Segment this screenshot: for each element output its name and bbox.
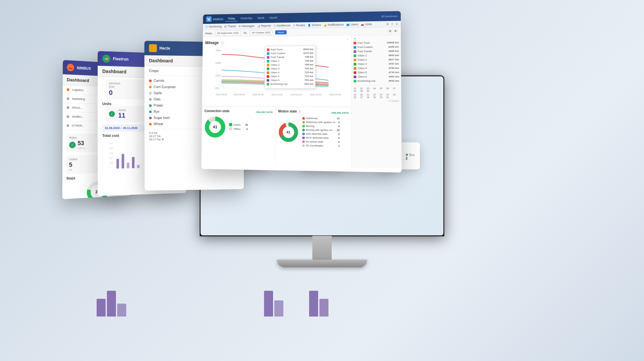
nav-icons-right: ⊞ ≡ ◎	[387, 22, 398, 25]
chart-close[interactable]: ✕	[346, 38, 349, 41]
units-value: 11	[118, 112, 126, 119]
purple-bar-mid-2	[274, 300, 283, 317]
purple-bar-1	[97, 299, 106, 317]
units-badge: ✓	[109, 111, 115, 117]
wialon-header-icons: ⊞ Dashboard	[381, 15, 397, 18]
connection-title: Connection state	[204, 109, 230, 113]
nav-units[interactable]: 🚗 Units	[361, 23, 372, 26]
svg-rect-33	[132, 157, 135, 168]
svg-text:2022-10-04: 2022-10-04	[329, 93, 341, 96]
tab-yesterday[interactable]: Yesterday	[238, 15, 255, 21]
svg-text:950: 950	[215, 87, 220, 90]
purple-bar-3	[117, 304, 126, 317]
apply-button[interactable]: Apply	[275, 30, 287, 34]
tab-month[interactable]: Month	[267, 15, 280, 21]
rides-value: 53	[78, 140, 87, 147]
to-date-input[interactable]: 04 October 2022	[250, 30, 273, 35]
nav-users[interactable]: 👥 Users	[346, 23, 358, 26]
legend-offline: Offline 6	[229, 127, 248, 130]
svg-rect-34	[137, 165, 140, 168]
nav-tracks[interactable]: 🗂 Tracks	[224, 24, 236, 28]
nav-reports[interactable]: 📊 Reports	[257, 24, 271, 27]
motion-moving-ignition: Moving with ignition on 29	[302, 128, 340, 132]
motion-donut-container: 41 Stationary 11 Stationary with ignitio…	[278, 117, 349, 149]
nav-routes[interactable]: ↗ Routes	[293, 24, 305, 27]
date-bar-icons: ◀ ▶	[387, 29, 398, 33]
motion-stationary: Stationary 11	[302, 117, 340, 120]
legend-citaro5: Citaro 5 712 km	[267, 75, 313, 78]
motion-wifi: Wi-Fi detected data 0	[302, 136, 340, 140]
purple-bars-right	[309, 291, 328, 317]
hecte-logo-text: Hecte	[159, 46, 170, 51]
connection-donut-chart: 41	[204, 116, 226, 138]
nimbus-logo-icon: 🚗	[67, 63, 74, 71]
fleetrun-logo-text: Fleetrun	[113, 56, 128, 62]
wialon-chart-area: Mileage ⓘ ✕ Fuel Truck 2643 km Ford	[201, 35, 351, 168]
svg-rect-30	[117, 159, 119, 169]
svg-text:2022-09-28: 2022-09-28	[216, 93, 227, 96]
monitor-donut-3-num: 2	[406, 157, 415, 160]
calendar-grid: 21222324252627 282930	[354, 87, 399, 92]
nav-monitoring[interactable]: ⊡ Monitoring	[205, 25, 222, 28]
svg-text:2022-09-29: 2022-09-29	[234, 93, 245, 96]
chart-legend-popup: Fuel Truck 2643 km Ford Custom 1270 km F…	[264, 45, 316, 89]
svg-text:300: 300	[109, 152, 113, 154]
svg-text:2850: 2850	[215, 62, 221, 64]
wialon-panel: wialon Today Yesterday Week Month ⊞ Dash…	[201, 11, 402, 172]
nav-messages[interactable]: ✉ Messages	[239, 24, 254, 28]
svg-text:1900: 1900	[215, 74, 221, 77]
calendar-grid-2: 19202122232425 262728293031	[354, 93, 399, 98]
purple-bar-mid-1	[264, 291, 273, 317]
purple-bars-left	[97, 291, 126, 317]
purple-bars-mid	[264, 291, 283, 317]
svg-rect-32	[127, 162, 129, 168]
svg-text:100: 100	[109, 162, 113, 164]
legend-ford-transit: Ford Transit 738 km	[267, 55, 313, 59]
nimbus-title: Dashboard	[67, 77, 89, 83]
hecte-logo-icon: 🌾	[149, 44, 157, 52]
gurtam-label: © Gurtam	[354, 100, 399, 102]
sidebar-legend-fuel-truck: Fuel Truck 20665 km	[354, 41, 399, 44]
legend-citaro4: Citaro 4 715 km	[267, 71, 313, 74]
connection-panel: Connection state ONLINE DATA 41	[201, 107, 276, 163]
wialon-tabs: Today Yesterday Week Month	[225, 15, 280, 22]
svg-rect-31	[122, 154, 124, 168]
motion-no-actual: No actual state 0	[302, 140, 340, 143]
motion-title: Motion state ⓘ	[278, 110, 301, 113]
legend-fuel-truck: Fuel Truck 2643 km	[267, 48, 313, 51]
nav-geofences[interactable]: ⬡ Geofences	[273, 24, 290, 27]
legend-ecodriving: EcoDriving Car 663 km	[267, 83, 313, 85]
wialon-logo-text: wialon	[213, 17, 223, 21]
from-label: From:	[205, 32, 213, 35]
purple-bar-2	[107, 291, 116, 317]
motion-donut-chart: 41	[278, 122, 299, 143]
monitor-donut-3-label: Bus	[406, 153, 415, 157]
svg-text:2022-10-03: 2022-10-03	[310, 93, 321, 96]
motion-stationary-ignition: Stationary with ignition on 0	[302, 121, 340, 124]
nav-notifications[interactable]: 🔔 Notifications	[324, 23, 344, 26]
from-date-input[interactable]: 28 September 2022	[215, 31, 241, 36]
svg-text:3800: 3800	[215, 49, 221, 52]
legend-online: Online 35	[229, 123, 248, 126]
svg-text:41: 41	[213, 124, 217, 129]
connection-online-badge: ONLINE DATA	[256, 111, 273, 113]
motion-lbs: LBS detected data 0	[302, 132, 340, 135]
tab-week[interactable]: Week	[255, 15, 267, 21]
legend-citaro1: Citaro 1 729 km	[267, 59, 313, 63]
rides-sub: Left fo...	[78, 147, 87, 150]
motion-legend: Stationary 11 Stationary with ignition o…	[302, 117, 340, 148]
sidebar-legend-citaro4: Citaro 4 4730 km	[354, 67, 399, 70]
sidebar-legend-citaro6: Citaro 6 4451 km	[354, 75, 399, 78]
svg-text:200: 200	[109, 157, 113, 159]
sidebar-legend-list: Fuel Truck 20665 km Ford Custom 6428 km …	[354, 41, 399, 82]
sidebar-legend-ford-transit: Ford Transit 4399 km	[354, 50, 399, 53]
nav-drivers[interactable]: 👤 Drivers	[308, 23, 321, 27]
tab-today[interactable]: Today	[225, 16, 238, 22]
motion-moving: Moving 0	[302, 124, 340, 128]
wialon-logo-icon	[206, 16, 212, 22]
bottom-panels: Connection state ONLINE DATA 41	[201, 106, 351, 164]
sidebar-legend-citaro1: Citaro 1 4843 km	[354, 54, 399, 57]
sidebar-header: ▼	[354, 37, 399, 40]
svg-text:2022-09-30: 2022-09-30	[252, 93, 264, 96]
wialon-logo: wialon	[206, 16, 223, 22]
